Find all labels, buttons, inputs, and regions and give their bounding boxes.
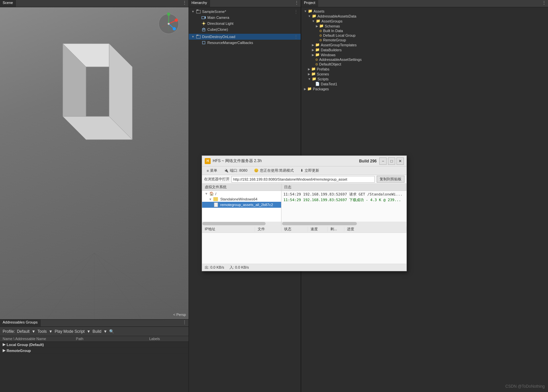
agt-name: AssetGroupTemplates bbox=[321, 43, 357, 47]
scene-view: Scene ⋮ bbox=[0, 0, 189, 319]
log-text-0: 请求 GET /StandaloneWi... bbox=[349, 192, 402, 196]
fs-standalone-folder-icon bbox=[213, 197, 218, 201]
hfs-fs-scrollbar[interactable] bbox=[202, 222, 266, 225]
tree-built-in-data[interactable]: ▶ ⚙ Built In Data bbox=[301, 28, 548, 33]
hfs-log-header: 日志 bbox=[281, 184, 406, 191]
hfs-url-input[interactable] bbox=[232, 176, 375, 183]
profile-value[interactable]: Default bbox=[17, 329, 29, 334]
hfs-dl-col-remaining: 剩... bbox=[328, 227, 344, 232]
addr-tab-more[interactable]: ⋮ bbox=[182, 320, 187, 325]
scene-tab-more[interactable]: ⋮ bbox=[182, 0, 187, 5]
tab-hierarchy[interactable]: Hierarchy bbox=[189, 0, 210, 7]
hfs-fs-remote-file[interactable]: remotegroup_assets_all_2b87c2 bbox=[202, 202, 281, 208]
hfs-log-scrollbar-area bbox=[282, 222, 406, 226]
bid-settings-icon: ⚙ bbox=[319, 29, 322, 33]
ag-expand: ▼ bbox=[312, 20, 315, 23]
tree-assets-root[interactable]: ▼ 📁 Assets bbox=[301, 9, 548, 14]
tree-prefabs[interactable]: ▶ 📁 Prefabs bbox=[301, 66, 548, 71]
hierarchy-scene-more[interactable]: ⋮ bbox=[294, 9, 298, 14]
addr-col-path: Path bbox=[76, 337, 149, 341]
addr-row-remote-name: RemoteGroup bbox=[7, 349, 31, 353]
hierarchy-tab-more[interactable]: ⋮ bbox=[294, 0, 299, 5]
rg-name: RemoteGroup bbox=[323, 38, 346, 42]
hfs-scroll-row bbox=[202, 222, 406, 226]
hfs-close-btn[interactable]: ✕ bbox=[397, 157, 404, 165]
build-dropdown-icon[interactable]: ▼ bbox=[103, 329, 107, 334]
tree-asset-groups[interactable]: ▼ 📁 AssetGroups bbox=[301, 19, 548, 23]
project-tabs-row: Project ⋮ bbox=[301, 0, 548, 7]
hfs-menu-item-mode[interactable]: 😊 您正在使用:简易模式 bbox=[251, 167, 296, 174]
tree-schemas[interactable]: ▶ 📁 Schemas bbox=[301, 23, 548, 28]
bid-name: Built In Data bbox=[323, 29, 343, 33]
svg-rect-27 bbox=[202, 17, 205, 19]
hierarchy-content: ▼ SampleScene* ⋮ Main Camera bbox=[189, 7, 301, 47]
db-expand: ▶ bbox=[312, 48, 314, 52]
profile-dropdown-icon[interactable]: ▼ bbox=[31, 329, 35, 334]
tree-remote-group[interactable]: ▶ ⚙ RemoteGroup bbox=[301, 38, 548, 42]
svg-rect-38 bbox=[202, 41, 205, 44]
hfs-menu-icon: ≡ bbox=[207, 169, 209, 173]
tree-default-local-group[interactable]: ▶ ⚙ Default Local Group bbox=[301, 33, 548, 38]
hfs-logo-icon: H bbox=[205, 158, 211, 164]
scenes-name: Scenes bbox=[317, 72, 329, 76]
aad-folder-icon: 📁 bbox=[312, 14, 316, 18]
svg-point-18 bbox=[175, 19, 178, 22]
hfs-copy-btn[interactable]: 复制到剪贴板 bbox=[377, 176, 404, 183]
addr-search-icon[interactable]: 🔍 bbox=[109, 329, 114, 334]
tab-addressable-groups[interactable]: Addressables Groups bbox=[0, 320, 41, 327]
svg-rect-25 bbox=[196, 10, 200, 13]
tab-project[interactable]: Project bbox=[301, 0, 318, 7]
addressable-groups-panel: Addressables Groups ⋮ Profile: Default ▼… bbox=[0, 319, 189, 392]
hierarchy-directional-light[interactable]: Directional Light bbox=[189, 21, 301, 26]
camera-icon bbox=[201, 15, 206, 20]
hierarchy-dont-destroy-on-load[interactable]: ▼ DontDestroyOnLoad ⋮ bbox=[189, 34, 301, 40]
scripts-folder-icon: 📁 bbox=[312, 77, 316, 81]
project-tab-more[interactable]: ⋮ bbox=[541, 0, 547, 5]
hfs-menu-item-port[interactable]: 🔌 端口: 8080 bbox=[221, 167, 250, 174]
hfs-update-label: 立即更新 bbox=[305, 168, 319, 173]
hfs-log-scrollbar[interactable] bbox=[282, 222, 357, 225]
tools-dropdown-icon[interactable]: ▼ bbox=[49, 329, 53, 334]
svg-point-29 bbox=[203, 22, 205, 24]
assets-folder-icon: 📁 bbox=[308, 9, 313, 13]
hfs-dl-col-file: 文件 bbox=[255, 227, 281, 232]
addr-row-local-group[interactable]: ▶ Local Group (Default) bbox=[0, 342, 189, 348]
hfs-fs-root[interactable]: ▼ 🏠 / bbox=[202, 191, 281, 196]
hfs-fs-standalone[interactable]: ▼ StandaloneWindows64 bbox=[202, 196, 281, 202]
tree-packages[interactable]: ▶ 📁 Packages bbox=[301, 86, 548, 91]
tools-btn[interactable]: Tools bbox=[37, 329, 47, 334]
hfs-menu-item-update[interactable]: ⬇ 立即更新 bbox=[298, 167, 322, 174]
ag-folder-icon: 📁 bbox=[316, 19, 320, 23]
addr-row-remote-group[interactable]: ▶ RemoteGroup bbox=[0, 348, 189, 354]
hfs-column-headers: 虚拟文件系统 日志 bbox=[202, 184, 406, 191]
tree-addressable-asset-settings[interactable]: ▶ ⚙ AddressableAssetSettings bbox=[301, 57, 548, 62]
fs-standalone-expand: ▼ bbox=[209, 197, 212, 201]
hfs-fs-panel[interactable]: ▼ 🏠 / ▼ StandaloneWindows64 remotegroup_… bbox=[202, 191, 281, 222]
tree-data-test1[interactable]: ▶ 📄 DataTest1 bbox=[301, 81, 548, 86]
hierarchy-ddo-more[interactable]: ⋮ bbox=[294, 34, 298, 39]
hierarchy-main-camera[interactable]: Main Camera bbox=[189, 15, 301, 21]
tree-data-builders[interactable]: ▶ 📁 DataBuilders bbox=[301, 47, 548, 52]
hierarchy-cube-clone[interactable]: Cube(Clone) bbox=[189, 26, 301, 32]
hierarchy-sample-scene[interactable]: ▼ SampleScene* ⋮ bbox=[189, 9, 301, 15]
tree-scenes[interactable]: ▶ 📁 Scenes bbox=[301, 71, 548, 76]
schemas-name: Schemas bbox=[325, 24, 340, 28]
hfs-titlebar: H HFS ~ 网络文件服务器 2.3h Build 296 − □ ✕ bbox=[202, 156, 406, 166]
play-mode-dropdown-icon[interactable]: ▼ bbox=[87, 329, 91, 334]
play-mode-script-btn[interactable]: Play Mode Script bbox=[55, 329, 85, 334]
hfs-restore-btn[interactable]: □ bbox=[388, 157, 395, 165]
tree-scripts[interactable]: ▼ 📁 Scripts bbox=[301, 76, 548, 81]
build-btn[interactable]: Build bbox=[93, 329, 102, 334]
hfs-dl-col-status: 状态 bbox=[281, 227, 308, 232]
hierarchy-resource-manager[interactable]: ResourceManagerCallbacks bbox=[189, 40, 301, 46]
tree-addressable-assets-data[interactable]: ▼ 📁 AddressableAssetsData bbox=[301, 14, 548, 19]
tree-default-object[interactable]: ▶ ⚙ DefaultObject bbox=[301, 62, 548, 66]
scene-gizmo[interactable]: y bbox=[155, 11, 182, 37]
hfs-menu-item-menu[interactable]: ≡ 菜单 bbox=[204, 167, 220, 174]
tab-scene[interactable]: Scene bbox=[0, 0, 16, 7]
log-ip-val-0: 192.168.199.83:52697 bbox=[303, 192, 347, 196]
svg-text:y: y bbox=[167, 12, 169, 14]
tree-asset-group-templates[interactable]: ▶ 📁 AssetGroupTemplates bbox=[301, 42, 548, 47]
hfs-minimize-btn[interactable]: − bbox=[379, 157, 387, 165]
tree-windows[interactable]: ▶ 📁 Windows bbox=[301, 52, 548, 57]
